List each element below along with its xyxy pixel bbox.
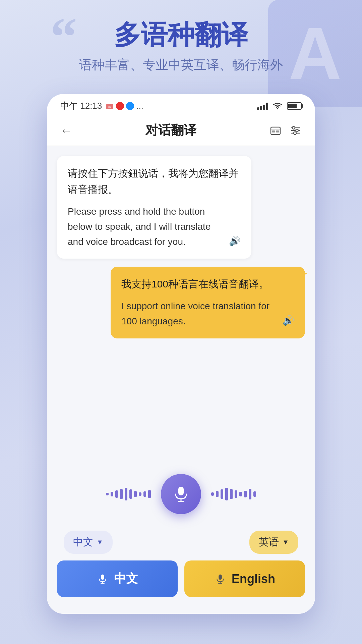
mic-btn-icon-cn [97, 573, 109, 585]
mic-icon [171, 484, 191, 504]
wave-bar [139, 492, 141, 496]
notification-icon: ✉ [105, 102, 114, 110]
wave-bar [129, 489, 132, 499]
bubble2-cn-text: 我支持100种语言在线语音翻译。 [121, 276, 294, 292]
status-right [257, 102, 302, 110]
wave-bar [225, 488, 228, 500]
waveform-right [211, 488, 256, 500]
svg-point-2 [277, 108, 278, 109]
lang-en-arrow: ▼ [282, 538, 289, 546]
screenshot-icon[interactable] [269, 124, 282, 137]
time-display: 中午 12:13 [60, 100, 102, 112]
bubble2-en-text: I support online voice translation for 1… [121, 299, 294, 329]
svg-rect-15 [101, 574, 104, 580]
wave-bar [115, 490, 118, 498]
lang-cn-arrow: ▼ [97, 538, 103, 546]
speaker-icon-1[interactable]: 🔊 [229, 234, 241, 249]
svg-text:✉: ✉ [108, 105, 111, 109]
svg-rect-4 [272, 130, 275, 132]
wave-bar [253, 491, 256, 497]
speaker-icon-2[interactable]: 🔊 [283, 313, 294, 328]
status-bar: 中午 12:13 ✉ ... [47, 94, 315, 115]
bottom-controls: 中文 ▼ 英语 ▼ 中文 [47, 531, 315, 614]
svg-point-11 [294, 132, 296, 135]
wave-bar [120, 489, 123, 499]
bubble1-cn-text: 请按住下方按鈕说话，我将为您翻译并语音播报。 [68, 165, 241, 198]
record-english-button[interactable]: English [184, 560, 305, 597]
top-section: 多语种翻译 语种丰富、专业中英互译、畅行海外 [0, 20, 362, 73]
wave-bar [106, 493, 109, 495]
lang-cn-label: 中文 [73, 535, 93, 549]
wifi-icon [273, 102, 282, 110]
lang-selector-english[interactable]: 英语 ▼ [249, 531, 298, 554]
wave-bar [244, 491, 247, 497]
mic-btn-icon-en [214, 573, 226, 585]
battery-icon [287, 102, 302, 110]
wave-bar [148, 490, 151, 498]
status-dot-red [116, 102, 124, 110]
phone-mockup: 中午 12:13 ✉ ... [47, 94, 315, 614]
bubble1-en-text: Please press and hold the button below t… [68, 204, 241, 249]
sub-title: 语种丰富、专业中英互译、畅行海外 [0, 56, 362, 73]
bubble-sent: 我支持100种语言在线语音翻译。 I support online voice … [111, 267, 305, 338]
svg-point-9 [292, 126, 295, 129]
wave-bar [125, 488, 127, 500]
more-dots: ... [136, 101, 143, 111]
waveform-left [106, 488, 151, 500]
lang-en-label: 英语 [259, 535, 279, 549]
status-dot-blue [126, 102, 134, 110]
app-title: 对话翻译 [145, 122, 196, 139]
wave-bar [249, 489, 251, 499]
wave-bar [230, 489, 233, 499]
wave-bar [235, 490, 237, 498]
svg-rect-5 [276, 130, 279, 132]
signal-icon [257, 102, 268, 110]
language-selectors: 中文 ▼ 英语 ▼ [57, 531, 305, 554]
wave-bar [221, 489, 223, 499]
wave-bar [239, 492, 242, 496]
wave-bar [216, 491, 219, 497]
wave-bar [111, 492, 113, 496]
main-title: 多语种翻译 [0, 20, 362, 50]
svg-point-10 [296, 129, 298, 132]
header-icons [269, 124, 302, 137]
svg-rect-12 [178, 487, 184, 495]
record-buttons: 中文 English [57, 560, 305, 597]
back-button[interactable]: ← [60, 123, 72, 138]
record-cn-label: 中文 [114, 571, 138, 587]
settings-icon[interactable] [290, 124, 302, 137]
mic-button[interactable] [161, 474, 201, 514]
wave-bar [143, 491, 146, 497]
record-chinese-button[interactable]: 中文 [57, 560, 178, 597]
lang-selector-chinese[interactable]: 中文 ▼ [64, 531, 113, 554]
record-en-label: English [232, 572, 275, 586]
svg-rect-18 [219, 574, 222, 580]
wave-bar [134, 491, 137, 497]
app-header: ← 对话翻译 [47, 115, 315, 146]
mic-area [57, 464, 305, 521]
bubble-received: 请按住下方按鈕说话，我将为您翻译并语音播报。 Please press and … [57, 156, 251, 259]
wave-bar [211, 492, 214, 496]
